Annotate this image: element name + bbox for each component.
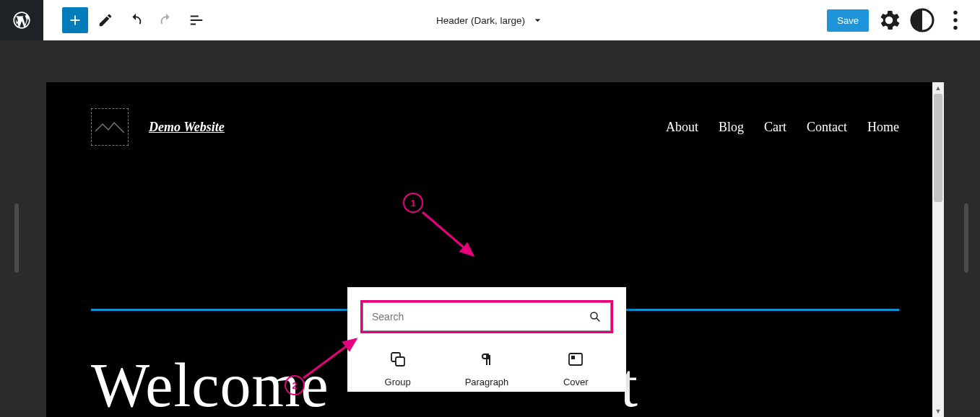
site-header-left: Demo Website xyxy=(91,108,225,146)
nav-link[interactable]: Home xyxy=(867,120,899,135)
toolbar-left-group xyxy=(43,7,209,33)
chevron-down-icon xyxy=(531,14,544,27)
more-options-button[interactable] xyxy=(942,7,968,33)
undo-icon xyxy=(128,12,144,28)
toolbar-right-group: Save xyxy=(827,7,980,33)
block-inserter-button[interactable] xyxy=(62,7,88,33)
block-option-group[interactable]: Group xyxy=(358,351,438,387)
scroll-up-arrow-icon: ▲ xyxy=(932,82,944,94)
undo-button[interactable] xyxy=(123,7,149,33)
wordpress-logo-button[interactable] xyxy=(0,0,43,40)
block-option-label: Cover xyxy=(563,377,589,387)
right-scroll-hint xyxy=(964,203,968,273)
image-placeholder-icon xyxy=(95,120,124,134)
nav-link[interactable]: Contact xyxy=(807,120,847,135)
scroll-down-arrow-icon: ▼ xyxy=(932,405,944,417)
svg-line-5 xyxy=(597,318,599,321)
cover-block-icon xyxy=(567,351,584,368)
block-suggestions-row: Group Paragraph Cover xyxy=(347,338,626,392)
site-title[interactable]: Demo Website xyxy=(149,120,225,135)
list-view-icon xyxy=(188,12,204,28)
block-search-popover: Group Paragraph Cover xyxy=(347,287,626,392)
settings-button[interactable] xyxy=(876,7,902,33)
pencil-icon xyxy=(97,12,113,28)
svg-rect-9 xyxy=(571,356,575,359)
callout-marker-1: 1 xyxy=(403,193,423,213)
gear-icon xyxy=(876,7,902,33)
save-button[interactable]: Save xyxy=(827,9,869,32)
svg-point-1 xyxy=(953,11,957,14)
callout-marker-2: 2 xyxy=(285,375,305,395)
search-icon xyxy=(589,310,602,323)
svg-point-3 xyxy=(953,26,957,30)
group-block-icon xyxy=(389,351,407,368)
contrast-icon xyxy=(909,7,935,33)
template-selector[interactable]: Header (Dark, large) xyxy=(436,14,544,27)
nav-link[interactable]: About xyxy=(666,120,698,135)
nav-link[interactable]: Blog xyxy=(719,120,744,135)
redo-button[interactable] xyxy=(153,7,179,33)
block-option-paragraph[interactable]: Paragraph xyxy=(447,351,526,387)
block-option-label: Group xyxy=(385,377,411,387)
editor-toolbar: Header (Dark, large) Save xyxy=(0,0,980,40)
template-name: Header (Dark, large) xyxy=(436,15,525,26)
left-scroll-hint xyxy=(14,203,19,273)
page-vertical-scrollbar[interactable]: ▲ ▼ xyxy=(932,82,944,417)
svg-rect-8 xyxy=(569,354,582,365)
svg-point-2 xyxy=(953,18,957,22)
styles-button[interactable] xyxy=(909,7,935,33)
svg-point-4 xyxy=(591,312,597,319)
paragraph-block-icon xyxy=(478,351,495,368)
block-search-input[interactable] xyxy=(372,311,589,322)
wordpress-icon xyxy=(12,10,32,30)
site-header: Demo Website About Blog Cart Contact Hom… xyxy=(46,82,944,146)
scrollbar-thumb[interactable] xyxy=(934,94,942,202)
block-option-label: Paragraph xyxy=(465,377,509,387)
primary-navigation: About Blog Cart Contact Home xyxy=(666,120,899,135)
block-option-cover[interactable]: Cover xyxy=(536,351,615,387)
plus-icon xyxy=(67,12,83,28)
site-logo-placeholder[interactable] xyxy=(91,108,129,146)
redo-icon xyxy=(158,12,174,28)
nav-link[interactable]: Cart xyxy=(764,120,786,135)
list-view-button[interactable] xyxy=(183,7,209,33)
more-vertical-icon xyxy=(942,7,968,33)
block-search-field-wrap xyxy=(363,302,611,331)
edit-tool-button[interactable] xyxy=(92,7,118,33)
search-highlight-box xyxy=(360,300,613,333)
svg-rect-7 xyxy=(396,357,404,366)
